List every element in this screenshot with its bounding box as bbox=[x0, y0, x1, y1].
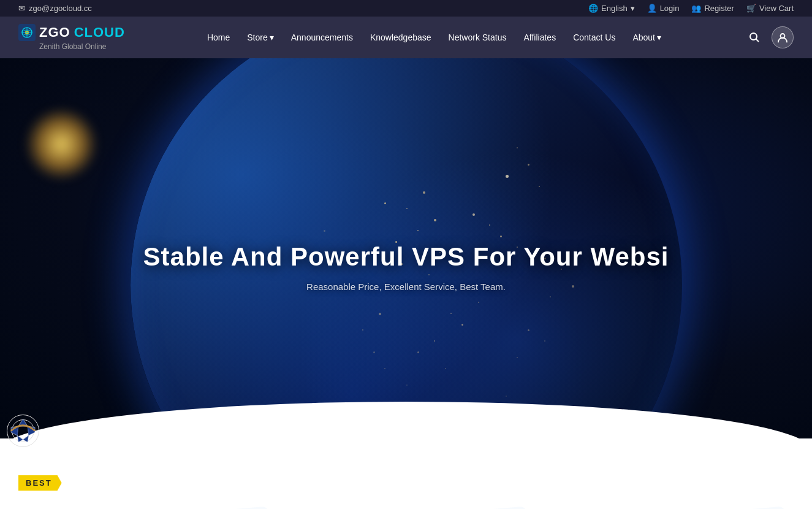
logo-text-zgo: ZGO bbox=[39, 25, 70, 40]
nav-affiliates[interactable]: Affiliates bbox=[516, 28, 563, 47]
register-link[interactable]: 👥 Register bbox=[691, 4, 734, 13]
nav-contact-us[interactable]: Contact Us bbox=[566, 28, 623, 47]
language-label: English bbox=[601, 4, 628, 13]
svg-line-7 bbox=[756, 39, 759, 42]
topbar-email: ✉ zgo@zgocloud.cc bbox=[18, 4, 92, 13]
search-button[interactable] bbox=[743, 26, 765, 48]
topbar-right: 🌐 English ▾ 👤 Login 👥 Register 🛒 View Ca… bbox=[588, 4, 794, 13]
hero-content: Stable And Powerful VPS For Your Websi R… bbox=[143, 242, 669, 292]
user-avatar-icon bbox=[777, 32, 788, 43]
language-selector[interactable]: 🌐 English ▾ bbox=[588, 4, 635, 13]
logo-icon bbox=[18, 24, 36, 41]
hero-section: Stable And Powerful VPS For Your Websi R… bbox=[0, 58, 812, 438]
users-icon: 👥 bbox=[691, 4, 701, 13]
logo-text-cloud: CLOUD bbox=[74, 25, 125, 40]
topbar: ✉ zgo@zgocloud.cc 🌐 English ▾ 👤 Login 👥 … bbox=[0, 0, 812, 17]
nav-home[interactable]: Home bbox=[200, 28, 237, 47]
nav-network-status[interactable]: Network Status bbox=[441, 28, 514, 47]
hero-subtitle: Reasonable Price, Excellent Service, Bes… bbox=[143, 281, 669, 292]
nav-store[interactable]: Store ▾ bbox=[240, 28, 281, 47]
search-icon bbox=[749, 32, 760, 43]
nav-announcements[interactable]: Announcements bbox=[284, 28, 360, 47]
floating-ball bbox=[6, 414, 40, 448]
main-nav: Home Store ▾ Announcements Knowledgebase… bbox=[200, 28, 669, 47]
section-intro: BEST bbox=[0, 475, 812, 503]
cart-icon: 🛒 bbox=[746, 4, 756, 13]
card-bg-shape-1 bbox=[201, 506, 273, 509]
best-badge: BEST bbox=[18, 475, 62, 491]
nav-icons bbox=[743, 26, 794, 48]
email-icon: ✉ bbox=[18, 4, 25, 13]
bottom-section: BEST 01 bbox=[0, 438, 812, 509]
svg-point-6 bbox=[750, 33, 757, 40]
logo-area[interactable]: ZGOCLOUD Zenith Global Online bbox=[18, 24, 125, 51]
card-bg-shape-2 bbox=[459, 506, 531, 509]
card-bg-shape-3 bbox=[718, 506, 790, 509]
logo-subtitle: Zenith Global Online bbox=[39, 42, 125, 51]
nav-knowledgebase[interactable]: Knowledgebase bbox=[363, 28, 439, 47]
header: ZGOCLOUD Zenith Global Online Home Store… bbox=[0, 17, 812, 58]
email-address: zgo@zgocloud.cc bbox=[29, 4, 92, 13]
sun-glow bbox=[25, 107, 98, 181]
viewcart-link[interactable]: 🛒 View Cart bbox=[746, 4, 794, 13]
globe-icon: 🌐 bbox=[588, 4, 598, 13]
nav-about[interactable]: About ▾ bbox=[625, 28, 669, 47]
ball-icon bbox=[6, 414, 40, 448]
login-link[interactable]: 👤 Login bbox=[647, 4, 680, 13]
user-account-button[interactable] bbox=[772, 26, 794, 48]
user-icon: 👤 bbox=[647, 4, 657, 13]
hero-title: Stable And Powerful VPS For Your Websi bbox=[143, 242, 669, 272]
store-arrow: ▾ bbox=[270, 33, 274, 42]
about-arrow: ▾ bbox=[657, 33, 661, 42]
dropdown-arrow: ▾ bbox=[631, 4, 635, 13]
cards-row: 01 bbox=[0, 503, 812, 509]
